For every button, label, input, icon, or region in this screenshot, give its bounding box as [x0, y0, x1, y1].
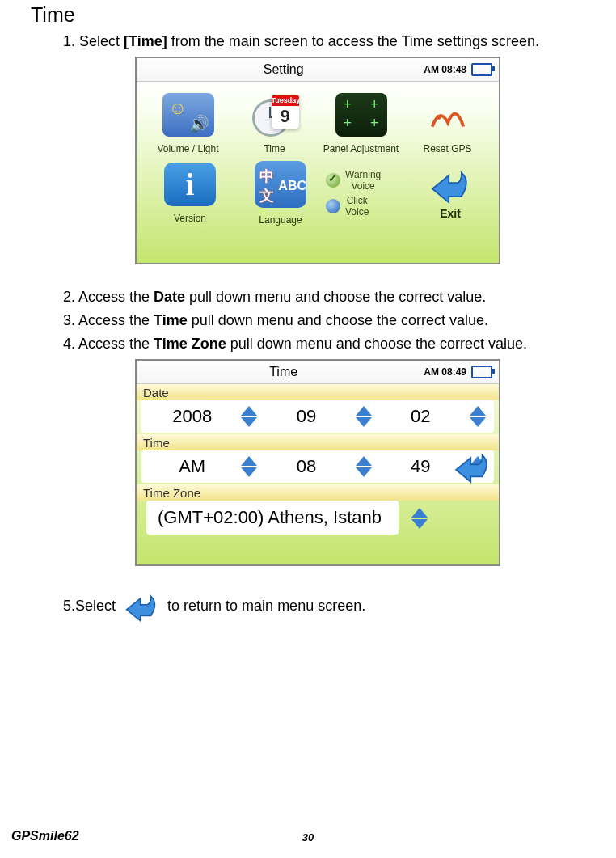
back-arrow-icon [123, 590, 160, 623]
language-button[interactable]: 中文 ABC Language [235, 161, 326, 226]
language-icon: 中文 ABC [255, 161, 306, 208]
time-row: AM 08 49 [141, 450, 494, 483]
page-number: 30 [209, 831, 407, 843]
timezone-label: Time Zone [137, 484, 499, 501]
panel-adjustment-icon: ++ ++ [335, 93, 387, 137]
volume-light-button[interactable]: Volume / Light [145, 93, 231, 154]
day-spinner[interactable] [466, 403, 489, 430]
exit-label: Exit [410, 207, 491, 220]
step-1: 1. Select [Time] from the main screen to… [63, 33, 605, 50]
exit-button[interactable]: Exit [410, 167, 491, 220]
dot-icon [326, 199, 340, 213]
svg-point-0 [436, 115, 441, 120]
click-voice-label: Click Voice [345, 195, 369, 218]
timezone-row: (GMT+02:00) Athens, Istanb [146, 501, 399, 535]
panel-adjustment-label: Panel Adjustment [318, 143, 404, 154]
warning-voice-toggle[interactable]: Warning Voice [326, 169, 410, 192]
time-button[interactable]: Tuesday9 Time [231, 93, 318, 154]
day-value: 02 [375, 406, 466, 427]
time-settings-screenshot: Time AM 08:49 Date 2008 09 02 Time AM 08… [135, 359, 500, 566]
panel-adjustment-button[interactable]: ++ ++ Panel Adjustment [318, 93, 404, 154]
settings-screenshot: Setting AM 08:48 Volume / Light Tuesday9… [135, 57, 500, 264]
step-3: 3. Access the Time pull down menu and ch… [63, 312, 605, 329]
settings-topbar: Setting AM 08:48 [137, 58, 499, 82]
step-2: 2. Access the Date pull down menu and ch… [63, 289, 605, 306]
settings-title: Setting [143, 62, 424, 77]
model-label: GPSmile62 [11, 829, 209, 843]
timezone-value: (GMT+02:00) Athens, Istanb [151, 507, 394, 528]
click-voice-toggle[interactable]: Click Voice [326, 195, 410, 218]
language-label: Language [235, 214, 326, 226]
time-title: Time [143, 365, 424, 379]
version-button[interactable]: i Version [145, 163, 235, 224]
step-5: 5.Select to return to main menu screen. [63, 590, 605, 623]
month-spinner[interactable] [352, 403, 375, 430]
version-label: Version [145, 213, 235, 224]
battery-icon [471, 366, 492, 378]
date-label: Date [137, 384, 499, 400]
warning-voice-label: Warning Voice [345, 169, 381, 192]
page-footer: GPSmile62 30 [11, 829, 605, 843]
reset-gps-label: Reset GPS [404, 143, 491, 154]
section-title: Time [31, 3, 605, 27]
time-icon: Tuesday9 [249, 93, 301, 137]
battery-icon [471, 63, 492, 76]
month-value: 09 [260, 406, 352, 427]
back-arrow-icon [428, 167, 473, 204]
info-icon: i [164, 163, 216, 206]
volume-light-icon [162, 93, 214, 137]
ampm-value: AM [146, 456, 238, 477]
time-field-label: Time [137, 434, 499, 450]
reset-gps-icon [422, 93, 474, 137]
step-4: 4. Access the Time Zone pull down menu a… [63, 336, 605, 353]
settings-clock: AM 08:48 [424, 64, 466, 75]
volume-light-label: Volume / Light [145, 143, 231, 154]
hour-value: 08 [260, 456, 352, 477]
date-row: 2008 09 02 [141, 400, 494, 433]
time-back-button[interactable] [452, 450, 492, 484]
ampm-spinner[interactable] [238, 453, 260, 480]
year-value: 2008 [146, 406, 238, 427]
check-icon [326, 173, 340, 188]
reset-gps-button[interactable]: Reset GPS [404, 93, 491, 154]
time-clock: AM 08:49 [424, 366, 466, 378]
time-label: Time [231, 143, 318, 154]
time-topbar: Time AM 08:49 [137, 361, 499, 384]
year-spinner[interactable] [238, 403, 260, 430]
timezone-spinner[interactable] [408, 505, 431, 532]
hour-spinner[interactable] [352, 453, 375, 480]
